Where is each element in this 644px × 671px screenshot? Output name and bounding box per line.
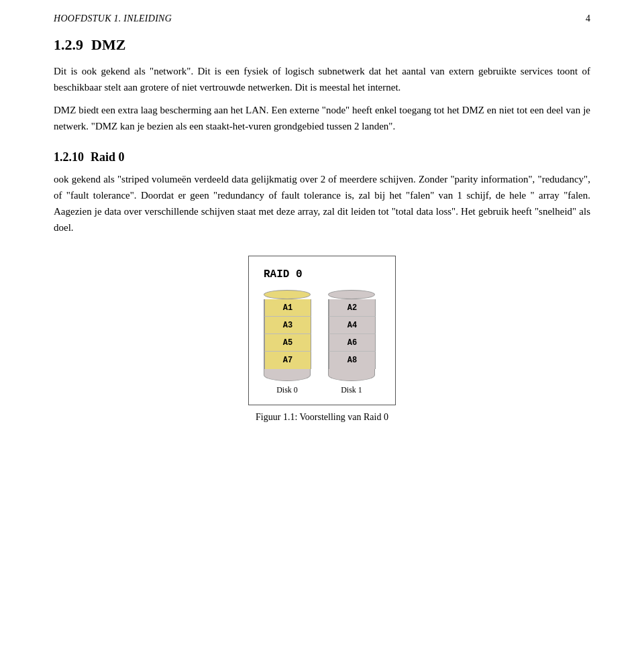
figure-caption: Figuur 1.1: Voorstelling van Raid 0 bbox=[256, 412, 388, 423]
disk0-block-a1: A1 bbox=[264, 299, 311, 317]
disk0-label: Disk 0 bbox=[276, 385, 298, 395]
disk0-block-a5: A5 bbox=[264, 334, 311, 352]
subsection-raid0-label: Raid 0 bbox=[91, 150, 125, 164]
disk1-block-a8: A8 bbox=[329, 352, 376, 369]
header-chapter: HOOFDSTUK 1. INLEIDING bbox=[54, 13, 172, 24]
raid-diagram-label: RAID 0 bbox=[264, 268, 303, 280]
raid0-figure: RAID 0 A1 A3 A5 A7 Disk 0 bbox=[54, 256, 590, 423]
disk1-top-cap bbox=[328, 290, 375, 299]
raid-diagram-box: RAID 0 A1 A3 A5 A7 Disk 0 bbox=[248, 256, 396, 405]
disk1-block-a4: A4 bbox=[329, 317, 376, 334]
disk0-column: A1 A3 A5 A7 Disk 0 bbox=[264, 290, 311, 395]
disk0-block-a7: A7 bbox=[264, 352, 311, 369]
subsection-raid0-title: 1.2.10Raid 0 bbox=[54, 150, 590, 164]
disk0-block-a3: A3 bbox=[264, 317, 311, 334]
header-page-number: 4 bbox=[586, 13, 590, 24]
page-header: HOOFDSTUK 1. INLEIDING 4 bbox=[54, 13, 590, 24]
disk1-blocks: A2 A4 A6 A8 bbox=[328, 299, 375, 369]
dmz-paragraph-2: DMZ biedt een extra laag bescherming aan… bbox=[54, 102, 590, 134]
section-dmz-num: 1.2.9 bbox=[54, 36, 83, 53]
section-dmz-title: 1.2.9DMZ bbox=[54, 36, 590, 54]
disk1-block-a2: A2 bbox=[329, 299, 376, 317]
section-dmz-label: DMZ bbox=[91, 36, 125, 53]
disk1-label: Disk 1 bbox=[341, 385, 362, 395]
disk0-top-cap bbox=[264, 290, 311, 299]
subsection-raid0-num: 1.2.10 bbox=[54, 150, 84, 164]
disk1-bottom-cap bbox=[328, 369, 375, 381]
disk1-block-a6: A6 bbox=[329, 334, 376, 352]
page: HOOFDSTUK 1. INLEIDING 4 1.2.9DMZ Dit is… bbox=[0, 0, 644, 671]
disk1-column: A2 A4 A6 A8 Disk 1 bbox=[328, 290, 375, 395]
raid0-paragraph-1: ook gekend als "striped volumeën verdeel… bbox=[54, 171, 590, 236]
disks-row: A1 A3 A5 A7 Disk 0 A2 A4 A6 A8 bbox=[264, 290, 375, 395]
disk0-bottom-cap bbox=[264, 369, 311, 381]
dmz-paragraph-1: Dit is ook gekend als "network". Dit is … bbox=[54, 63, 590, 95]
disk0-blocks: A1 A3 A5 A7 bbox=[264, 299, 311, 369]
